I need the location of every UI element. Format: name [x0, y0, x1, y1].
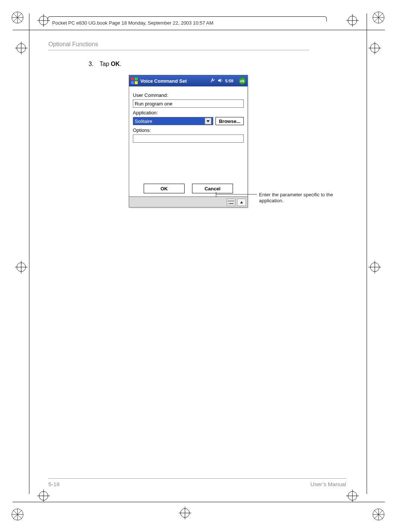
user-command-input[interactable]	[133, 99, 244, 108]
crosshair-icon	[346, 490, 359, 502]
application-select-value: Solitaire	[135, 118, 152, 124]
crosshair-icon	[15, 261, 28, 273]
trim-line	[29, 13, 29, 494]
step-number: 3.	[89, 61, 93, 67]
svg-rect-48	[135, 77, 138, 80]
crosshair-icon	[37, 490, 50, 502]
options-callout: Enter the parameter specific to the appl…	[216, 192, 356, 203]
registration-mark-icon	[11, 508, 24, 521]
titlebar-title: Voice Command Set	[140, 78, 208, 84]
crosshair-icon	[346, 14, 359, 27]
application-select[interactable]: Solitaire	[133, 117, 213, 125]
section-rule	[48, 50, 309, 50]
trim-line	[13, 502, 385, 502]
page-number: 5-18	[48, 481, 60, 487]
titlebar: Voice Command Set 5:59 ok	[129, 75, 248, 86]
connectivity-icon[interactable]	[210, 78, 215, 84]
footer-right: User’s Manual	[310, 481, 346, 487]
application-label: Application:	[133, 110, 244, 115]
crosshair-icon	[179, 507, 191, 519]
pocketpc-screenshot: Voice Command Set 5:59 ok User Command: …	[129, 75, 248, 208]
crosshair-icon	[368, 42, 381, 54]
registration-mark-icon	[11, 11, 24, 24]
svg-rect-47	[131, 77, 134, 80]
clock-time: 5:59	[225, 79, 233, 83]
options-label: Options:	[133, 127, 244, 133]
svg-rect-49	[131, 81, 134, 84]
registration-mark-icon	[372, 508, 385, 521]
callout-leader-line	[216, 194, 257, 197]
svg-rect-50	[135, 81, 138, 84]
windows-logo-icon[interactable]	[131, 77, 138, 85]
trim-line	[367, 13, 367, 494]
section-label: Optional Functions	[48, 41, 354, 48]
book-header-text: Pocket PC e830 UG.book Page 18 Monday, S…	[52, 20, 213, 26]
ok-dialog-button[interactable]: OK	[144, 184, 185, 193]
user-command-label: User Command:	[133, 92, 244, 98]
volume-icon[interactable]	[218, 78, 223, 84]
step-bold: OK	[111, 61, 120, 67]
browse-button[interactable]: Browse...	[215, 117, 244, 125]
registration-mark-icon	[372, 11, 385, 24]
ok-button[interactable]: ok	[239, 77, 246, 85]
crosshair-icon	[368, 261, 381, 273]
callout-text: Enter the parameter specific to the appl…	[259, 192, 356, 203]
crosshair-icon	[15, 42, 28, 54]
step-3-text: 3. Tap OK.	[89, 61, 354, 67]
trim-line	[13, 30, 385, 30]
chevron-down-icon[interactable]	[205, 118, 211, 124]
svg-marker-52	[207, 120, 210, 122]
svg-marker-51	[218, 79, 221, 82]
step-prefix: Tap	[100, 61, 111, 67]
options-input[interactable]	[133, 134, 244, 143]
step-suffix: .	[120, 61, 121, 67]
page-footer: 5-18 User’s Manual	[48, 478, 346, 487]
